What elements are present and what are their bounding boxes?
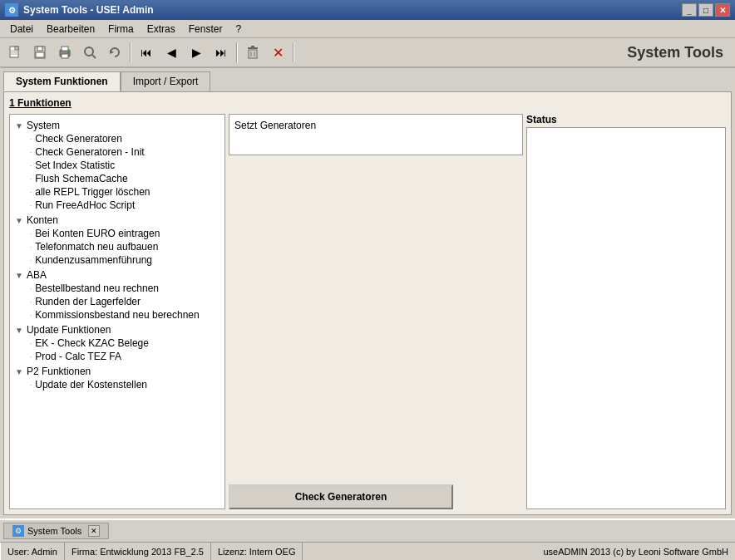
menu-fenster[interactable]: Fenster (182, 22, 229, 37)
tree-leaf-bestell-label: Bestellbestand neu rechnen (35, 282, 159, 294)
tree-leaf-update-kosten[interactable]: · Update der Kostenstellen (27, 378, 221, 391)
tree-group-aba-text: ABA (27, 269, 47, 281)
tree-group-update-text: Update Funktionen (27, 324, 111, 336)
taskbar-close-icon[interactable]: ✕ (88, 525, 100, 537)
svg-rect-6 (37, 47, 42, 51)
status-version: useADMIN 2013 (c) by Leoni Software GmbH (536, 543, 735, 560)
panel-title: 1 Funktionen (9, 97, 726, 109)
tree-leaf-bestell[interactable]: · Bestellbestand neu rechnen (27, 282, 221, 295)
tree-leaf-check-gen-label: Check Generatoren (35, 133, 122, 145)
tab-bar: System Funktionen Import / Export (3, 71, 732, 91)
tree-group-system-text: System (27, 120, 60, 131)
toolbar-delete[interactable] (241, 41, 264, 64)
menu-firma[interactable]: Firma (101, 22, 141, 37)
svg-point-12 (85, 47, 93, 56)
toolbar-title: System Tools (627, 44, 732, 61)
tree-leaf-set-index[interactable]: · Set Index Statistic (27, 159, 221, 172)
toolbar-sep1 (130, 42, 131, 62)
tree-leaf-set-index-label: Set Index Statistic (35, 160, 115, 171)
toolbar-search[interactable] (78, 41, 101, 64)
tree-group-konten-text: Konten (27, 214, 58, 226)
tree-leaf-kunden-label: Kundenzusammenführung (35, 254, 152, 266)
status-lizenz: Lizenz: Intern OEG (211, 543, 303, 560)
main-content: System Funktionen Import / Export 1 Funk… (0, 68, 735, 518)
menu-bar: Datei Bearbeiten Firma Extras Fenster ? (0, 20, 735, 38)
tree-leaf-prod-label: Prod - Calc TEZ FA (35, 351, 121, 362)
expand-icon-konten: ▼ (15, 216, 23, 225)
svg-rect-7 (36, 52, 44, 57)
tree-leaf-run-free-label: Run FreeAdHoc Script (35, 199, 135, 211)
toolbar-last[interactable]: ⏭ (210, 41, 233, 64)
tree-leaf-check-gen-init[interactable]: · Check Generatoren - Init (27, 145, 221, 159)
tree-leaf-flush-schema[interactable]: · Flush SchemaCache (27, 172, 221, 185)
maximize-button[interactable]: □ (698, 3, 713, 17)
window-controls: _ □ ✕ (682, 3, 730, 17)
tree-leaf-runden-label: Runden der Lagerfelder (35, 296, 141, 307)
tree-group-aba-label[interactable]: ▼ ABA (13, 268, 221, 282)
expand-icon-p2: ▼ (15, 367, 23, 376)
status-label: Status (526, 114, 726, 125)
toolbar: ⏮ ◀ ▶ ⏭ ✕ System Tools (0, 38, 735, 68)
toolbar-prev[interactable]: ◀ (160, 41, 183, 64)
taskbar-system-tools[interactable]: ⚙ System Tools ✕ (3, 523, 109, 539)
tree-leaf-repl-trigger-label: alle REPL Trigger löschen (35, 186, 150, 198)
menu-extras[interactable]: Extras (141, 22, 182, 37)
tree-leaf-update-kosten-label: Update der Kostenstellen (35, 379, 147, 391)
svg-marker-14 (110, 50, 114, 54)
tree-group-system-label[interactable]: ▼ System (13, 119, 221, 132)
tree-group-konten: ▼ Konten · Bei Konten EURO eintragen · (13, 213, 221, 268)
tree-leaf-check-gen-init-label: Check Generatoren - Init (35, 146, 144, 158)
tree-group-p2-text: P2 Funktionen (27, 366, 91, 377)
status-user: User: Admin (0, 543, 65, 560)
status-lizenz-text: Lizenz: Intern OEG (218, 547, 296, 557)
menu-datei[interactable]: Datei (3, 22, 40, 37)
tree-leaf-runden[interactable]: · Runden der Lagerfelder (27, 295, 221, 308)
tree-group-system: ▼ System · Check Generatoren · (13, 118, 221, 213)
action-button[interactable]: Check Generatoren (229, 484, 453, 509)
tree-group-konten-label[interactable]: ▼ Konten (13, 214, 221, 227)
menu-bearbeiten[interactable]: Bearbeiten (40, 22, 101, 37)
toolbar-sep3 (293, 42, 294, 62)
tree-panel[interactable]: ▼ System · Check Generatoren · (9, 114, 225, 509)
tree-leaf-run-free[interactable]: · Run FreeAdHoc Script (27, 199, 221, 212)
panel-body: ▼ System · Check Generatoren · (9, 114, 726, 509)
tree-group-update-children: · EK - Check KZAC Belege · Prod - Calc T… (13, 336, 221, 363)
tree-leaf-kommission[interactable]: · Kommissionsbestand neu berechnen (27, 308, 221, 322)
svg-rect-10 (62, 54, 68, 58)
toolbar-cancel[interactable]: ✕ (266, 41, 289, 64)
app-icon: ⚙ (5, 3, 18, 17)
expand-icon-aba: ▼ (15, 271, 23, 280)
tree-leaf-repl-trigger[interactable]: · alle REPL Trigger löschen (27, 185, 221, 199)
toolbar-next[interactable]: ▶ (185, 41, 208, 64)
tree-leaf-ek-label: EK - Check KZAC Belege (35, 337, 149, 349)
description-text: Setzt Generatoren (234, 120, 316, 131)
tree-group-p2-label[interactable]: ▼ P2 Funktionen (13, 365, 221, 378)
tab-import-export[interactable]: Import / Export (121, 71, 211, 91)
toolbar-print[interactable] (53, 41, 76, 64)
toolbar-refresh[interactable] (103, 41, 126, 64)
tree-leaf-check-gen[interactable]: · Check Generatoren (27, 132, 221, 145)
menu-help[interactable]: ? (229, 22, 248, 37)
minimize-button[interactable]: _ (682, 3, 697, 17)
toolbar-save[interactable] (28, 41, 52, 64)
toolbar-first[interactable]: ⏮ (135, 41, 158, 64)
svg-rect-15 (249, 50, 257, 58)
status-firma-text: Firma: Entwicklung 2013 FB_2.5 (72, 547, 204, 557)
toolbar-new[interactable] (3, 41, 27, 64)
status-version-text: useADMIN 2013 (c) by Leoni Software GmbH (543, 547, 728, 557)
tab-system-funktionen[interactable]: System Funktionen (3, 71, 121, 91)
tree-leaf-euro[interactable]: · Bei Konten EURO eintragen (27, 227, 221, 240)
tree-leaf-telefon[interactable]: · Telefonmatch neu aufbauen (27, 240, 221, 253)
tree-group-aba: ▼ ABA · Bestellbestand neu rechnen · (13, 268, 221, 322)
expand-icon-update: ▼ (15, 326, 23, 335)
tree-group-update-label[interactable]: ▼ Update Funktionen (13, 323, 221, 336)
tree-leaf-kommission-label: Kommissionsbestand neu berechnen (35, 309, 199, 321)
tree-group-update: ▼ Update Funktionen · EK - Check KZAC Be… (13, 322, 221, 364)
close-button[interactable]: ✕ (715, 3, 730, 17)
tree-leaf-kunden[interactable]: · Kundenzusammenführung (27, 253, 221, 267)
tree-leaf-prod[interactable]: · Prod - Calc TEZ FA (27, 350, 221, 363)
tree-group-p2-children: · Update der Kostenstellen (13, 378, 221, 391)
status-box (526, 127, 726, 509)
tree-leaf-ek[interactable]: · EK - Check KZAC Belege (27, 336, 221, 350)
svg-rect-1 (15, 47, 18, 50)
